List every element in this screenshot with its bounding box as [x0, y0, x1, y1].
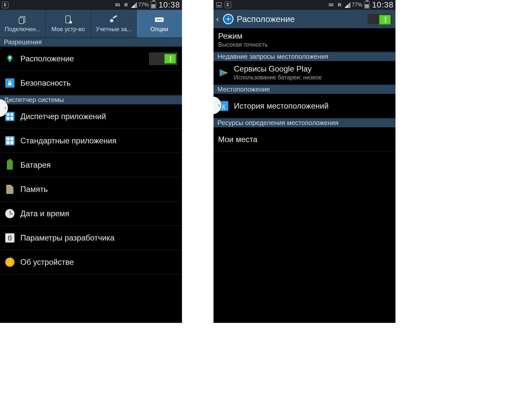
section-location: Местоположение [214, 85, 395, 94]
svg-point-4 [110, 19, 113, 22]
item-label: Расположение [20, 54, 144, 63]
chevron-right-icon: › [218, 101, 220, 110]
item-location-history[interactable]: › g История местоположений [214, 94, 395, 118]
item-sub: Высокая точность [218, 41, 391, 48]
drawer-handle[interactable]: › [214, 96, 221, 114]
key-icon [109, 15, 119, 25]
item-date-time[interactable]: Дата и время [0, 201, 182, 226]
battery-icon [151, 1, 156, 9]
battery-percent: 77% [138, 2, 149, 8]
title-bar: ‹ Расположение [214, 10, 395, 28]
section-permissions: Разрешения [0, 37, 182, 47]
section-recent-requests: Недавние запросы местоположения [214, 52, 395, 61]
tab-label: Опции [150, 26, 168, 33]
clock: 10:38 [372, 0, 393, 10]
item-app-manager[interactable]: › Диспетчер приложений [0, 104, 182, 129]
page-title: Расположение [237, 14, 364, 24]
section-system-manager: Диспетчер системы [0, 95, 182, 104]
item-default-apps[interactable]: Стандартные приложения [0, 129, 182, 153]
svg-rect-12 [216, 3, 222, 7]
item-label: Безопасность [20, 78, 177, 88]
status-bar: E 3G R 77% 10:38 [214, 0, 395, 10]
item-label: Батарея [20, 160, 177, 170]
status-bar: E 3G R 77% 10:38 [0, 0, 182, 10]
signal-icon [345, 2, 350, 8]
item-label: Дата и время [20, 209, 177, 218]
more-icon [154, 15, 164, 25]
info-icon: i [5, 257, 15, 267]
roaming-icon: R [123, 1, 130, 9]
item-storage[interactable]: Память [0, 177, 182, 201]
chevron-right-icon: › [4, 104, 7, 112]
item-my-places[interactable]: Мои места [214, 127, 395, 152]
lock-icon [5, 78, 15, 88]
item-sub: Использование батареи: низкое [234, 74, 391, 81]
tab-my-device[interactable]: Мое устр-во [46, 10, 91, 37]
settings-tabs: Подключен... Мое устр-во Учетные за... О… [0, 10, 182, 37]
notification-e-icon: E [2, 2, 9, 8]
item-developer-options[interactable]: {} Параметры разработчика [0, 226, 182, 250]
network-3g-icon: 3G [114, 1, 121, 9]
item-label: Стандартные приложения [20, 136, 177, 145]
item-label: Память [20, 185, 177, 194]
svg-rect-15 [228, 21, 229, 22]
roaming-icon: R [336, 1, 343, 9]
connections-icon [18, 15, 28, 25]
signal-icon [131, 2, 137, 8]
item-battery[interactable]: Батарея [0, 153, 182, 177]
tab-label: Учетные за... [96, 26, 132, 33]
item-label: Сервисы Google Play [234, 64, 391, 74]
item-mode[interactable]: Режим Высокая точность [214, 28, 395, 52]
clock-icon [5, 208, 15, 219]
tab-connections[interactable]: Подключен... [0, 10, 46, 37]
tab-label: Мое устр-во [52, 26, 85, 33]
back-button[interactable]: ‹ [215, 14, 220, 24]
location-master-toggle[interactable] [367, 13, 392, 25]
section-location-sources: Ресурсы определения местоположения [214, 118, 395, 127]
svg-point-7 [157, 19, 158, 20]
notification-e-icon: E [225, 2, 231, 8]
svg-point-10 [9, 56, 11, 59]
item-label: Об устройстве [20, 258, 177, 267]
settings-gear-icon [223, 14, 234, 24]
item-label: Диспетчер приложений [20, 112, 177, 121]
battery-icon [364, 1, 370, 9]
svg-point-8 [159, 19, 160, 20]
location-pin-icon [5, 53, 15, 64]
phone-location-settings: E 3G R 77% 10:38 ‹ Расположение Режим Вы… [214, 0, 395, 323]
svg-rect-16 [225, 19, 226, 19]
location-toggle[interactable] [149, 52, 177, 65]
svg-point-13 [227, 18, 229, 20]
svg-rect-11 [8, 83, 11, 85]
item-label: История местоположений [234, 101, 391, 111]
item-about-device[interactable]: i Об устройстве [0, 250, 182, 274]
item-google-play-services[interactable]: Сервисы Google Play Использование батаре… [214, 61, 395, 85]
default-apps-icon [5, 136, 15, 146]
battery-icon [5, 160, 15, 170]
svg-rect-14 [228, 16, 229, 17]
item-security[interactable]: Безопасность [0, 71, 182, 95]
svg-rect-5 [113, 15, 117, 18]
item-label: Режим [218, 32, 391, 41]
braces-icon: {} [5, 233, 15, 243]
tab-label: Подключен... [5, 26, 40, 33]
battery-percent: 77% [352, 2, 362, 8]
clock: 10:38 [159, 0, 180, 10]
item-label: Мои места [218, 135, 391, 144]
device-icon [63, 15, 73, 25]
svg-point-9 [160, 19, 162, 20]
svg-rect-17 [230, 19, 231, 19]
item-location[interactable]: Расположение [0, 47, 182, 71]
sd-card-icon [5, 184, 15, 195]
tab-options[interactable]: Опции [137, 10, 182, 37]
tab-accounts[interactable]: Учетные за... [91, 10, 137, 37]
svg-rect-1 [19, 18, 24, 24]
item-label: Параметры разработчика [20, 233, 177, 242]
network-3g-icon: 3G [327, 1, 335, 9]
phone-settings-options: E 3G R 77% 10:38 Подключен... Мое устр-в… [0, 0, 182, 323]
svg-point-3 [69, 21, 72, 24]
screenshot-notif-icon [215, 1, 223, 9]
google-play-icon [218, 68, 229, 78]
